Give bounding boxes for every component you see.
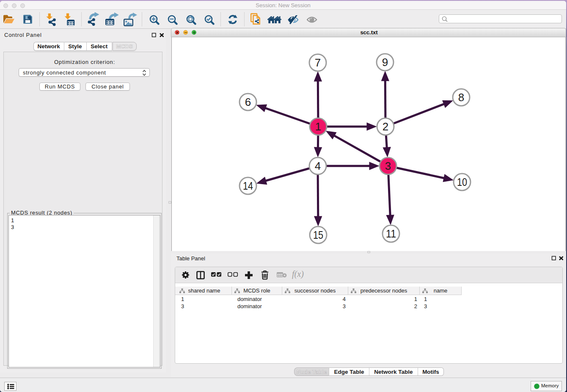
svg-text:7: 7 (315, 56, 321, 69)
svg-text:15: 15 (313, 229, 323, 241)
svg-text:11: 11 (386, 227, 396, 240)
svg-text:8: 8 (458, 91, 464, 104)
svg-text:9: 9 (382, 56, 388, 69)
svg-text:1: 1 (315, 120, 321, 133)
svg-text:10: 10 (457, 176, 467, 188)
svg-text:2: 2 (383, 120, 388, 133)
svg-text:6: 6 (245, 96, 251, 108)
svg-text:4: 4 (315, 160, 321, 172)
svg-text:3: 3 (385, 160, 391, 172)
svg-text:14: 14 (243, 179, 253, 192)
